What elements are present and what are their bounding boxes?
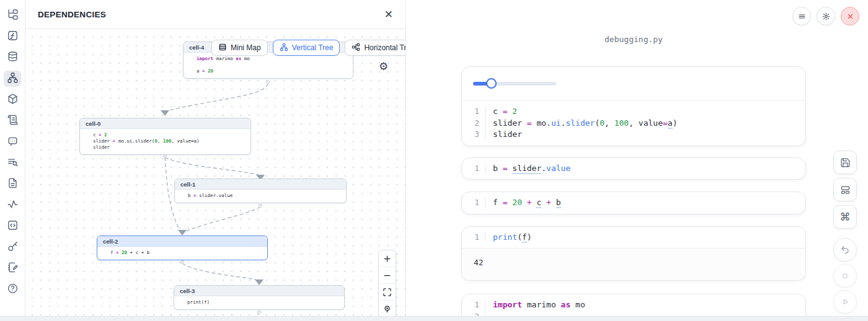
graph-node-cell-2[interactable]: cell-2 f = 20 + c + b: [97, 235, 268, 260]
graph-node-cell-1[interactable]: cell-1 b = slider.value: [174, 178, 347, 203]
code-editor[interactable]: 1b = slider.value: [462, 158, 805, 180]
undo-icon: [840, 245, 850, 255]
graph-node-title: cell-3: [174, 286, 344, 296]
sidebar-item-documentation[interactable]: [4, 176, 21, 192]
save-button[interactable]: [833, 151, 857, 174]
shutdown-button[interactable]: [841, 7, 859, 25]
cell-print[interactable]: 1print(f) 42: [461, 226, 806, 281]
slider-thumb[interactable]: [486, 78, 497, 89]
cell-f[interactable]: 1f = 20 + c + b: [461, 191, 806, 214]
minus-icon: [383, 271, 392, 280]
notebook-menu-button[interactable]: [792, 7, 811, 25]
code-token: marimo: [213, 56, 236, 61]
pin-icon: [383, 304, 392, 314]
sidebar-item-file-explorer[interactable]: [4, 7, 21, 24]
vertical-tree-button[interactable]: Vertical Tree: [273, 40, 340, 56]
minimap-button[interactable]: Mini Map: [211, 40, 268, 56]
zoom-out-button[interactable]: [379, 267, 396, 284]
graph-node-code: c = 2slider = mo.ui.slider(0, 100, value…: [80, 129, 250, 154]
cells-column: 1c = 22slider = mo.ui.slider(0, 100, val…: [461, 66, 806, 321]
code-token: [522, 198, 527, 207]
command-icon: ⌘: [840, 211, 851, 223]
sidebar-item-dependencies[interactable]: [4, 71, 21, 87]
code-token: f: [493, 198, 503, 207]
notebook-filename: debugging.py: [461, 35, 806, 44]
sidebar-item-data-sources[interactable]: [4, 50, 21, 66]
undo-button[interactable]: [833, 238, 857, 262]
locate-node-button[interactable]: [379, 301, 396, 317]
function-icon: [7, 30, 19, 44]
sidebar-item-logs[interactable]: [4, 113, 21, 129]
stop-button[interactable]: [833, 264, 857, 288]
close-panel-icon[interactable]: ✕: [384, 9, 393, 20]
line-number: 1: [462, 299, 485, 311]
horizontal-tree-button[interactable]: Horizontal Tree: [345, 40, 405, 56]
chat-bubble-icon: [7, 135, 19, 149]
code-token: +: [546, 198, 551, 207]
bottom-scroll-strip[interactable]: [0, 316, 868, 321]
code-token: 20: [122, 250, 127, 255]
code-token: ,: [604, 118, 614, 128]
sidebar-item-snippets[interactable]: [4, 218, 21, 234]
dependencies-panel-header: DEPENDENCIES ✕: [25, 0, 405, 29]
fit-view-button[interactable]: [379, 284, 396, 301]
cell-b[interactable]: 1b = slider.value: [461, 157, 806, 180]
code-token: as: [561, 300, 571, 309]
code-line: print(f): [485, 232, 805, 244]
code-token: b: [493, 164, 503, 173]
code-line: f = 20 + c + b: [103, 250, 262, 256]
code-editor[interactable]: 1c = 22slider = mo.ui.slider(0, 100, val…: [462, 101, 805, 146]
layout-button[interactable]: [833, 178, 857, 201]
code-editor[interactable]: 1print(f): [462, 227, 805, 248]
save-icon: [840, 157, 851, 168]
vertical-tree-icon: [280, 43, 288, 53]
code-token: mo.ui.slider(: [115, 138, 154, 144]
code-token: 0: [600, 118, 604, 128]
shortcuts-button[interactable]: ⌘: [833, 205, 857, 229]
key-icon: [7, 240, 19, 255]
code-token: import: [493, 300, 522, 309]
code-token: [551, 198, 556, 207]
sidebar-item-packages[interactable]: [4, 92, 21, 108]
code-token: slider: [565, 118, 595, 128]
code-line: b = slider.value: [180, 193, 340, 199]
graph-node-code: f = 20 + c + b: [97, 247, 267, 260]
code-token: b: [556, 198, 561, 208]
package-icon: [7, 93, 19, 107]
stop-icon: [840, 271, 850, 281]
code-token: import: [197, 56, 213, 61]
scroll-icon: [7, 114, 19, 128]
sidebar-item-tracing[interactable]: [4, 197, 21, 213]
graph-settings-icon[interactable]: ⚙: [379, 60, 388, 73]
slider-widget[interactable]: [473, 78, 556, 89]
code-token: .: [541, 164, 546, 173]
code-token: ui: [551, 118, 561, 128]
code-token: 2: [512, 107, 517, 116]
dependency-graph-canvas[interactable]: Mini Map Vertical Tree Horizontal Tree ⚙…: [25, 29, 405, 321]
sidebar-item-secrets[interactable]: [4, 239, 21, 255]
graph-node-cell-3[interactable]: cell-3 print(f): [174, 285, 345, 310]
code-token: as: [236, 56, 241, 61]
notebook-settings-button[interactable]: [817, 7, 835, 25]
horizontal-tree-label: Horizontal Tree: [364, 43, 405, 52]
notebook-topbar: [792, 7, 859, 25]
code-editor[interactable]: 1f = 20 + c + b: [462, 192, 805, 214]
line-number: 1: [462, 232, 485, 244]
graph-node-cell-0[interactable]: cell-0 c = 2slider = mo.ui.slider(0, 100…: [79, 118, 251, 155]
graph-view-toolbar: Mini Map Vertical Tree Horizontal Tree: [211, 40, 405, 56]
sidebar-item-chat[interactable]: [4, 134, 21, 150]
sidebar-item-scratchpad[interactable]: [4, 155, 21, 171]
notebook-pen-icon: [7, 262, 19, 276]
sidebar-item-help[interactable]: [4, 281, 21, 297]
sidebar-item-variables[interactable]: [4, 29, 21, 45]
code-token: mo: [241, 56, 250, 61]
code-token: print: [493, 232, 517, 242]
sidebar-item-outline[interactable]: [4, 260, 21, 276]
code-token: 100: [163, 138, 172, 144]
notebook-action-rail: ⌘: [833, 151, 857, 316]
run-button[interactable]: [833, 290, 857, 314]
code-token: ): [673, 118, 678, 128]
cell-slider[interactable]: 1c = 22slider = mo.ui.slider(0, 100, val…: [461, 66, 806, 146]
zoom-in-button[interactable]: [379, 250, 396, 267]
line-number: 1: [462, 106, 485, 118]
